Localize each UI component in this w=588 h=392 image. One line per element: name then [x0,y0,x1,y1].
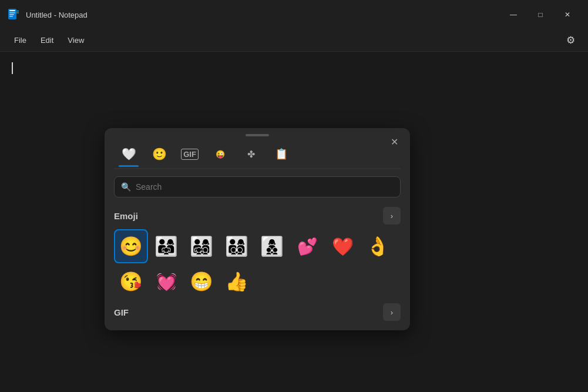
close-button[interactable]: ✕ [554,5,581,24]
tab-emoji[interactable]: 🙂 [146,142,173,166]
emoji-cell-6[interactable]: ❤️ [325,229,359,263]
editor-area[interactable]: ✕ 🤍 🙂 GIF 😜 ✤ 📋 [0,52,588,392]
svg-rect-6 [16,12,19,14]
search-container: 🔍 [114,176,401,197]
svg-rect-4 [9,16,13,17]
window-controls: — □ ✕ [500,5,581,24]
emoji-section-header: Emoji › [114,207,401,225]
app-icon [7,8,20,21]
emoji-cell-7[interactable]: 👌 [361,229,395,263]
emoji-cell-5[interactable]: 💕 [290,229,324,263]
drag-bar-indicator [246,134,269,136]
titlebar: Untitled - Notepad — □ ✕ [0,0,588,29]
menu-edit[interactable]: Edit [33,33,61,47]
tab-symbols[interactable]: ✤ [237,142,264,166]
emoji-cell-11[interactable]: 👍 [220,264,254,299]
menubar: File Edit View ⚙ [0,29,588,52]
search-input[interactable] [114,176,401,197]
gif-section: GIF › [105,301,410,330]
emoji-cell-9[interactable]: 💓 [149,264,183,299]
menu-file[interactable]: File [7,33,33,47]
tab-gif[interactable]: GIF [176,142,203,166]
menu-view[interactable]: View [61,33,91,47]
svg-rect-3 [9,14,14,15]
emoji-picker: ✕ 🤍 🙂 GIF 😜 ✤ 📋 [105,128,410,330]
text-cursor [12,62,13,74]
emoji-section: Emoji › 😊 👨‍👩‍👧 👨‍👩‍👧‍👦 👨‍👩‍👦‍👦 👩‍👦‍👦 💕 … [105,202,410,301]
emoji-section-arrow[interactable]: › [383,207,401,225]
settings-button[interactable]: ⚙ [560,30,581,51]
svg-rect-1 [9,10,15,11]
picker-tabs: 🤍 🙂 GIF 😜 ✤ 📋 [105,140,410,166]
svg-rect-5 [16,11,19,12]
tab-favorites[interactable]: 🤍 [115,142,142,166]
gif-section-arrow[interactable]: › [383,303,401,321]
emoji-cell-1[interactable]: 👨‍👩‍👧 [149,229,183,263]
minimize-button[interactable]: — [500,5,527,24]
emoji-cell-4[interactable]: 👩‍👦‍👦 [255,229,289,263]
tab-kaomoji[interactable]: 😜 [207,142,234,166]
picker-scroll-area[interactable]: 🔍 Emoji › 😊 👨‍👩‍👧 👨‍👩‍👧‍👦 👨‍👩‍👦‍👦 👩‍👦‍👦 [105,169,410,330]
maximize-button[interactable]: □ [527,5,554,24]
emoji-section-title: Emoji [114,211,138,221]
gif-section-title: GIF [114,307,129,317]
picker-close-button[interactable]: ✕ [385,133,403,150]
drag-handle[interactable] [105,128,410,140]
emoji-cell-2[interactable]: 👨‍👩‍👧‍👦 [184,229,219,263]
tab-clipboard[interactable]: 📋 [268,142,295,166]
emoji-cell-0[interactable]: 😊 [114,229,148,263]
emoji-cell-8[interactable]: 😘 [114,264,148,299]
window-title: Untitled - Notepad [26,11,500,19]
emoji-cell-10[interactable]: 😁 [184,264,219,299]
emoji-cell-3[interactable]: 👨‍👩‍👦‍👦 [220,229,254,263]
svg-rect-2 [9,12,15,14]
gif-section-header: GIF › [114,303,401,321]
emoji-grid: 😊 👨‍👩‍👧 👨‍👩‍👧‍👦 👨‍👩‍👦‍👦 👩‍👦‍👦 💕 ❤️ 👌 😘 💓… [114,229,401,299]
search-icon: 🔍 [121,182,131,192]
